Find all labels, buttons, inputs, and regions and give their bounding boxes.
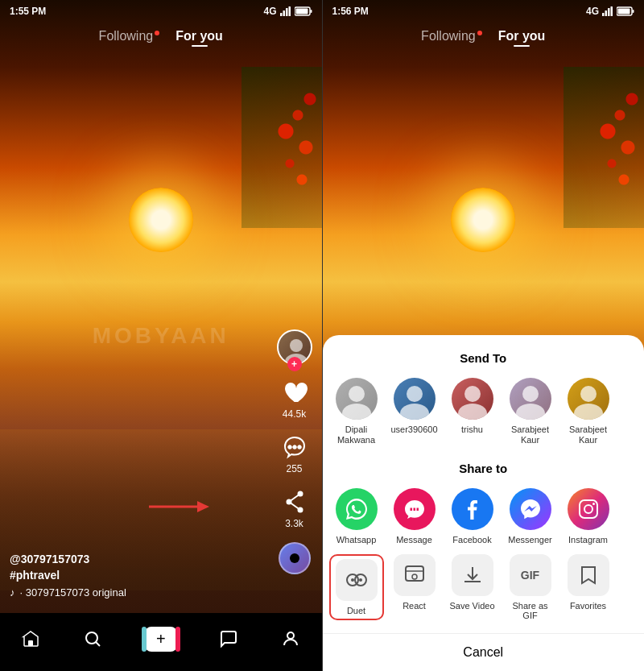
hashtag: #phtravel [10,569,274,582]
bottom-nav: + [0,613,322,671]
svg-rect-26 [602,13,605,16]
messenger-app[interactable]: Messenger [503,488,558,545]
contact-name-2: user390600 [390,425,437,435]
messenger-icon [510,488,551,530]
contact-item[interactable]: DipaliMakwana [329,378,384,445]
svg-point-49 [359,578,362,582]
contact-name-5: SarabjeetKaur [569,425,607,445]
svg-line-19 [289,502,300,510]
nav-inbox[interactable] [219,629,238,648]
svg-point-7 [290,339,303,352]
message-label: Message [396,535,432,545]
svg-rect-22 [28,640,33,646]
share-to-title: Share to [323,462,645,475]
contact-name-1: DipaliMakwana [337,425,375,445]
svg-line-18 [289,494,300,502]
signal-label: 4G [263,6,276,17]
contacts-row: DipaliMakwana user390600 trishu [323,378,645,445]
svg-point-52 [412,574,417,579]
nav-profile[interactable] [281,629,300,648]
like-count: 44.5k [283,408,306,420]
contact-item[interactable]: user390600 [387,378,442,445]
facebook-label: Facebook [452,535,491,545]
favorites-label: Favorites [570,601,606,611]
nav-search[interactable] [83,629,102,648]
save-video-app[interactable]: Save Video [445,554,500,620]
svg-rect-1 [283,10,285,16]
svg-rect-3 [288,6,291,16]
tab-foryou-left[interactable]: For you [175,29,223,43]
messenger-label: Messenger [508,535,551,545]
message-icon [394,488,436,530]
svg-point-34 [342,404,371,420]
share-count: 3.3k [285,518,303,529]
svg-point-42 [574,404,603,420]
share-button[interactable]: 3.3k [280,487,309,529]
svg-line-24 [96,642,100,646]
svg-point-12 [287,445,291,449]
svg-point-13 [292,445,296,449]
comment-count: 255 [286,463,302,474]
facebook-app[interactable]: Facebook [445,488,500,545]
instagram-label: Instagram [568,535,608,545]
svg-rect-31 [633,10,634,13]
favorites-app[interactable]: Favorites [561,554,616,620]
contact-item[interactable]: SarabjeetKaur [561,378,616,445]
flowers-decoration [242,67,322,228]
gif-app[interactable]: GIF Share asGIF [503,554,558,620]
left-phone: MOBYAAN 1:55 PM 4G Following For you [0,0,322,671]
svg-point-23 [86,632,97,644]
like-button[interactable]: 44.5k [280,378,309,420]
contact-name-4: SarabjeetKaur [511,425,549,445]
svg-rect-32 [618,9,630,14]
svg-rect-43 [580,500,597,518]
share-sheet: Send To DipaliMakwana user390600 [323,335,645,671]
message-app[interactable]: Message [387,488,442,545]
svg-point-33 [349,386,365,402]
tab-following-right[interactable]: Following [421,29,482,43]
bottom-info: @30797157073 #phtravel ♪ · 30797157073 o… [10,553,274,599]
follow-button[interactable]: + [287,357,302,371]
status-bar-right: 1:56 PM 4G [323,0,645,23]
contact-avatar-4 [510,378,551,420]
whatsapp-app[interactable]: Whatsapp [329,488,384,545]
svg-rect-2 [286,8,288,16]
svg-point-44 [584,505,592,513]
comment-button[interactable]: 255 [280,433,309,474]
status-bar: 1:55 PM 4G [0,0,322,23]
react-icon [394,554,436,596]
signal-icon-right [602,6,613,16]
duet-app[interactable]: Duet [329,554,384,620]
instagram-app[interactable]: Instagram [561,488,616,545]
music-disc [279,542,311,574]
whatsapp-label: Whatsapp [336,535,377,545]
svg-rect-6 [295,9,308,14]
instagram-icon [568,488,609,530]
nav-home[interactable] [21,629,40,648]
tab-following-left[interactable]: Following [99,29,160,43]
whatsapp-icon [336,488,378,530]
creator-avatar[interactable]: + [277,329,312,365]
react-app[interactable]: React [387,554,442,620]
tab-foryou-right[interactable]: For you [498,29,546,43]
svg-rect-5 [310,10,312,13]
react-label: React [402,601,426,611]
signal-icon [280,6,291,16]
contact-item[interactable]: SarabjeetKaur [503,378,558,445]
facebook-icon [452,488,493,530]
svg-point-35 [407,386,423,402]
cancel-button[interactable]: Cancel [323,633,645,671]
status-right-right: 4G [586,6,634,17]
music-info: ♪ · 30797157073 original [10,586,274,599]
contact-item[interactable]: trishu [445,378,500,445]
svg-rect-29 [611,6,613,16]
nav-tabs: Following For you [0,23,322,50]
share-apps-row: Whatsapp Message Facebook [323,488,645,545]
save-video-label: Save Video [449,601,494,611]
svg-point-48 [351,578,354,582]
nav-tabs-right: Following For you [323,23,645,50]
flowers-right [564,67,644,228]
nav-add[interactable]: + [145,627,177,652]
svg-point-41 [580,386,597,402]
svg-point-14 [297,445,301,449]
